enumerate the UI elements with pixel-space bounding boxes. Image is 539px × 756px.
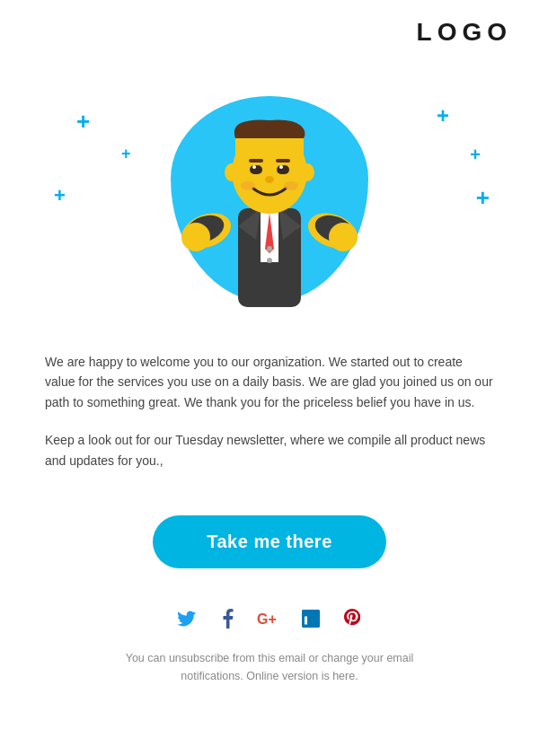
svg-rect-23 (249, 159, 263, 163)
sparkle-icon-6 (476, 186, 490, 209)
cta-container: Take me there (0, 506, 539, 595)
hero-section (0, 56, 539, 343)
svg-text:G+: G+ (257, 611, 277, 627)
svg-point-25 (265, 176, 274, 183)
svg-point-27 (284, 181, 298, 190)
svg-point-18 (300, 163, 314, 181)
svg-point-26 (241, 181, 255, 190)
linkedin-icon[interactable] (296, 604, 325, 633)
svg-rect-20 (277, 165, 289, 174)
svg-rect-24 (276, 159, 290, 163)
pinterest-icon[interactable] (338, 604, 367, 633)
svg-point-12 (267, 258, 272, 263)
sparkle-icon-2 (121, 145, 131, 162)
svg-point-11 (267, 246, 272, 251)
svg-point-21 (252, 165, 256, 169)
sparkle-icon-1 (76, 110, 90, 133)
sparkle-icon-4 (437, 105, 449, 127)
character-illustration (180, 92, 359, 307)
svg-rect-19 (250, 165, 262, 174)
svg-point-4 (181, 223, 210, 251)
svg-point-17 (225, 163, 239, 181)
content-section: We are happy to welcome you to our organ… (0, 343, 539, 506)
googleplus-icon[interactable]: G+ (255, 604, 284, 633)
twitter-icon[interactable] (172, 604, 201, 633)
svg-point-22 (279, 165, 283, 169)
illustration-container (162, 83, 377, 316)
sparkle-icon-3 (54, 186, 66, 206)
newsletter-paragraph: Keep a look out for our Tuesday newslett… (45, 430, 494, 470)
footer-text: You can unsubscribe from this email or c… (54, 649, 485, 685)
svg-point-5 (329, 223, 358, 251)
header: LOGO (0, 0, 539, 56)
footer: You can unsubscribe from this email or c… (0, 646, 539, 712)
social-links: G+ (0, 595, 539, 646)
take-me-there-button[interactable]: Take me there (153, 515, 386, 568)
logo: LOGO (417, 18, 512, 47)
welcome-paragraph: We are happy to welcome you to our organ… (45, 352, 494, 412)
sparkle-icon-5 (470, 145, 481, 163)
svg-rect-16 (235, 138, 304, 156)
facebook-icon[interactable] (214, 604, 243, 633)
